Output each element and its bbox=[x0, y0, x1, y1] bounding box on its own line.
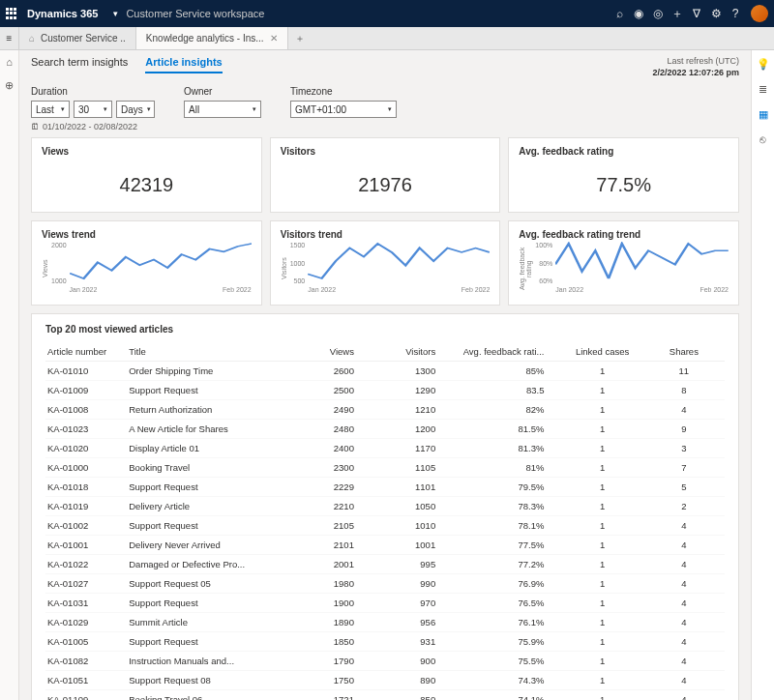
cell: 5 bbox=[643, 478, 725, 497]
table-row[interactable]: KA-01010Order Shipping Time2600130085%11… bbox=[45, 362, 725, 381]
chart-title: Visitors trend bbox=[281, 229, 491, 240]
x-axis-ticks: Jan 2022Feb 2022 bbox=[555, 286, 729, 293]
cell: KA-01008 bbox=[45, 400, 127, 420]
table-row[interactable]: KA-01031Support Request190097076.5%14 bbox=[45, 594, 725, 613]
cell: KA-01009 bbox=[45, 381, 127, 400]
tab-knowledge-analytics[interactable]: Knowledge analytics - Ins...✕ bbox=[136, 27, 288, 49]
cell: KA-01109 bbox=[45, 690, 127, 700]
table-row[interactable]: KA-01082Instruction Manuals and...179090… bbox=[45, 652, 725, 671]
list-icon[interactable]: ≣ bbox=[757, 83, 770, 97]
chart-card: Avg. feedback rating trendAvg. feedback … bbox=[508, 220, 739, 306]
table-row[interactable]: KA-01008Return Authorization2490121082%1… bbox=[45, 400, 725, 420]
chart-title: Avg. feedback rating trend bbox=[519, 229, 729, 240]
refresh-value: 2/2/2022 12:07:26 pm bbox=[652, 68, 739, 79]
duration-mode-select[interactable]: Last▾ bbox=[31, 101, 70, 118]
tab-home-icon: ⌂ bbox=[29, 33, 35, 44]
kpi-row: Views 42319 Visitors 21976 Avg. feedback… bbox=[19, 137, 751, 213]
workspace-label: Customer Service workspace bbox=[126, 8, 264, 19]
table-title: Top 20 most viewed articles bbox=[45, 324, 725, 335]
table-row[interactable]: KA-01027Support Request 05198099076.9%14 bbox=[45, 574, 725, 594]
idea-icon[interactable]: 💡 bbox=[757, 58, 770, 72]
pin-icon[interactable]: ⊕ bbox=[3, 79, 16, 93]
chevron-down-icon[interactable]: ▾ bbox=[113, 9, 118, 18]
cell: 1 bbox=[561, 381, 642, 400]
cell: 890 bbox=[372, 671, 453, 690]
table-row[interactable]: KA-01051Support Request 08175089074.3%14 bbox=[45, 671, 725, 690]
col-header[interactable]: Shares bbox=[643, 342, 725, 362]
cell: 1200 bbox=[372, 420, 453, 439]
app-launcher-icon[interactable] bbox=[6, 8, 17, 19]
col-header[interactable]: Views bbox=[290, 342, 372, 362]
search-icon[interactable]: ⌕ bbox=[610, 7, 629, 20]
add-icon[interactable]: ＋ bbox=[668, 6, 687, 22]
gear-icon[interactable]: ⚙ bbox=[706, 7, 726, 20]
table-row[interactable]: KA-01000Booking Travel2300110581%17 bbox=[45, 458, 725, 478]
table-row[interactable]: KA-01009Support Request2500129083.518 bbox=[45, 381, 725, 400]
filter-icon[interactable]: ∇ bbox=[687, 7, 706, 20]
timezone-select[interactable]: GMT+01:00▾ bbox=[290, 101, 397, 118]
filter-bar: Duration Last▾ 30▾ Days▾ 🗓01/10/2022 - 0… bbox=[19, 78, 751, 137]
cell: 81.5% bbox=[453, 420, 561, 439]
col-header[interactable]: Linked cases bbox=[561, 342, 642, 362]
table-row[interactable]: KA-01019Delivery Article2210105078.3%12 bbox=[45, 497, 725, 516]
table-row[interactable]: KA-01018Support Request2229110179.5%15 bbox=[45, 478, 725, 497]
cell: 1290 bbox=[372, 381, 453, 400]
cell: 4 bbox=[643, 671, 725, 690]
bell-icon[interactable]: ◉ bbox=[629, 7, 648, 20]
table-row[interactable]: KA-01002Support Request2105101078.1%14 bbox=[45, 516, 725, 536]
grid-icon[interactable]: ▦ bbox=[757, 108, 770, 122]
cell: 4 bbox=[643, 690, 725, 700]
duration-count-select[interactable]: 30▾ bbox=[74, 101, 112, 118]
target-icon[interactable]: ◎ bbox=[648, 7, 668, 20]
table-row[interactable]: KA-01023A New Article for Shares24801200… bbox=[45, 420, 725, 439]
owner-select[interactable]: All▾ bbox=[184, 101, 261, 118]
cell: 1790 bbox=[290, 652, 372, 671]
cell: 1900 bbox=[290, 594, 372, 613]
report-tabs: Search term insights Article insights bbox=[31, 56, 223, 73]
cell: 1 bbox=[561, 400, 642, 420]
table-row[interactable]: KA-01005Support Request185093175.9%14 bbox=[45, 632, 725, 652]
tab-customer-service[interactable]: ⌂Customer Service .. bbox=[19, 27, 136, 49]
hamburger-icon[interactable]: ≡ bbox=[0, 27, 19, 49]
col-header[interactable]: Avg. feedback rati... bbox=[453, 342, 561, 362]
new-tab-button[interactable]: ＋ bbox=[288, 27, 312, 49]
cell: 995 bbox=[372, 555, 453, 574]
left-rail: ⌂ ⊕ bbox=[0, 50, 19, 700]
chart-plot: Jan 2022Feb 2022 bbox=[555, 242, 729, 296]
duration-unit-select[interactable]: Days▾ bbox=[116, 101, 155, 118]
col-header[interactable]: Title bbox=[127, 342, 289, 362]
cell: 4 bbox=[643, 594, 725, 613]
cell: 850 bbox=[372, 690, 453, 700]
cell: Support Request bbox=[127, 478, 289, 497]
close-icon[interactable]: ✕ bbox=[270, 33, 278, 44]
table-row[interactable]: KA-01022Damaged or Defective Pro...20019… bbox=[45, 555, 725, 574]
avatar[interactable] bbox=[751, 5, 768, 22]
cell: 1 bbox=[561, 671, 642, 690]
share-icon[interactable]: ⎋ bbox=[757, 133, 770, 147]
cell: Booking Travel bbox=[127, 458, 289, 478]
cell: 78.3% bbox=[453, 497, 561, 516]
table-row[interactable]: KA-01109Booking Travel 06172185074.1%14 bbox=[45, 690, 725, 700]
cell: Booking Travel 06 bbox=[127, 690, 289, 700]
cell: 78.1% bbox=[453, 516, 561, 536]
filter-label: Timezone bbox=[290, 86, 397, 97]
home-icon[interactable]: ⌂ bbox=[3, 56, 16, 70]
cell: 4 bbox=[643, 632, 725, 652]
tab-article-insights[interactable]: Article insights bbox=[145, 56, 222, 73]
tab-search-term-insights[interactable]: Search term insights bbox=[31, 56, 128, 73]
cell: Support Request 05 bbox=[127, 574, 289, 594]
cell: 1101 bbox=[372, 478, 453, 497]
cell: 74.3% bbox=[453, 671, 561, 690]
card-title: Avg. feedback rating bbox=[519, 146, 729, 157]
table-row[interactable]: KA-01029Summit Article189095676.1%14 bbox=[45, 613, 725, 632]
cell: KA-01002 bbox=[45, 516, 127, 536]
col-header[interactable]: Visitors bbox=[372, 342, 453, 362]
cell: 4 bbox=[643, 613, 725, 632]
col-header[interactable]: Article number bbox=[45, 342, 127, 362]
help-icon[interactable]: ? bbox=[726, 7, 745, 20]
table-row[interactable]: KA-01020Display Article 012400117081.3%1… bbox=[45, 439, 725, 458]
main-content: Search term insights Article insights La… bbox=[19, 50, 751, 700]
cell: 1 bbox=[561, 613, 642, 632]
table-row[interactable]: KA-01001Delivery Never Arrived2101100177… bbox=[45, 536, 725, 555]
right-rail: 💡 ≣ ▦ ⎋ bbox=[751, 50, 774, 700]
